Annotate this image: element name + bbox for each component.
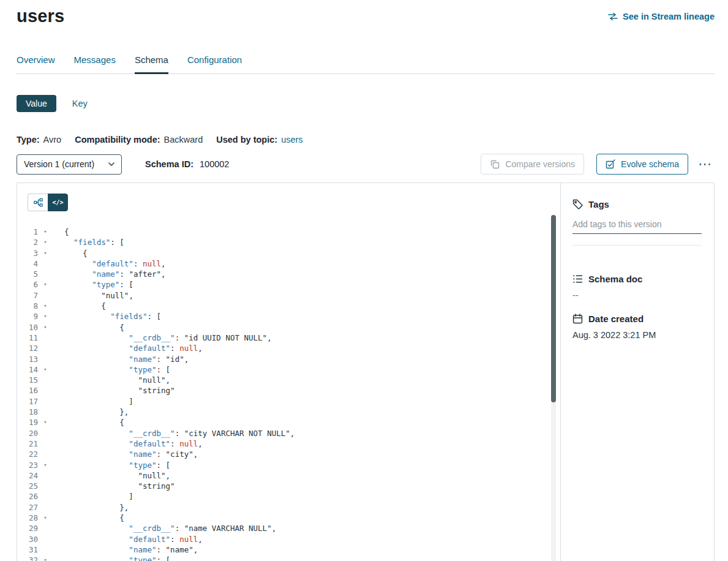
code-line: 26 ] xyxy=(24,491,560,502)
code-line: 28▾ { xyxy=(24,513,560,523)
fold-spacer xyxy=(38,290,53,301)
fold-toggle-icon[interactable]: ▾ xyxy=(38,311,53,322)
tags-section: Tags xyxy=(572,199,702,246)
code-line: 32▾ "type": [ xyxy=(24,555,560,561)
line-number: 22 xyxy=(24,449,38,459)
code-text: "null", xyxy=(53,375,170,385)
stream-lineage-link[interactable]: See in Stream lineage xyxy=(607,12,715,21)
tab-messages[interactable]: Messages xyxy=(74,55,116,73)
code-view-button[interactable]: </> xyxy=(48,194,68,211)
code-editor[interactable]: 1▾{2▾ "fields": [3▾ {4 "default": null,5… xyxy=(24,227,560,561)
fold-spacer xyxy=(38,523,53,533)
line-number: 24 xyxy=(24,470,38,481)
line-number: 28 xyxy=(24,513,38,523)
tree-view-button[interactable] xyxy=(28,194,48,211)
code-text: { xyxy=(53,248,88,258)
fold-spacer xyxy=(38,333,53,343)
fold-spacer xyxy=(38,534,53,544)
line-number: 8 xyxy=(24,301,38,311)
code-line: 2▾ "fields": [ xyxy=(24,237,560,247)
code-text: "default": null, xyxy=(53,439,203,449)
code-text: "fields": [ xyxy=(53,237,124,247)
fold-spacer xyxy=(38,428,53,439)
line-number: 13 xyxy=(24,354,38,364)
line-number: 7 xyxy=(24,290,38,301)
line-number: 31 xyxy=(24,544,38,555)
fold-toggle-icon[interactable]: ▾ xyxy=(38,460,53,470)
fold-toggle-icon[interactable]: ▾ xyxy=(38,237,53,247)
line-number: 17 xyxy=(24,396,38,407)
add-tags-input[interactable] xyxy=(572,219,702,234)
scrollbar[interactable] xyxy=(551,215,556,561)
schema-editor-panel: </> 1▾{2▾ "fields": [3▾ {4 "default": nu… xyxy=(17,183,561,561)
schema-id-value: 100002 xyxy=(200,159,229,169)
scrollbar-thumb[interactable] xyxy=(551,215,556,402)
code-text: "type": [ xyxy=(53,279,133,290)
evolve-schema-icon xyxy=(606,159,615,169)
code-line: 8▾ { xyxy=(24,301,560,311)
code-line: 3▾ { xyxy=(24,248,560,258)
date-created-section: Date created Aug. 3 2022 3:21 PM xyxy=(572,314,702,340)
code-line: 10▾ { xyxy=(24,322,560,333)
schema-id-label: Schema ID: xyxy=(145,159,193,169)
type-label: Type: xyxy=(17,135,40,145)
version-select[interactable]: Version 1 (current) xyxy=(17,154,122,175)
line-number: 19 xyxy=(24,417,38,427)
line-number: 12 xyxy=(24,343,38,353)
fold-toggle-icon[interactable]: ▾ xyxy=(38,322,53,333)
code-text: "name": "name", xyxy=(53,544,198,555)
code-text: { xyxy=(53,301,106,311)
code-text: ] xyxy=(53,491,133,502)
code-lines: 1▾{2▾ "fields": [3▾ {4 "default": null,5… xyxy=(24,227,560,561)
line-number: 16 xyxy=(24,385,38,396)
line-number: 26 xyxy=(24,491,38,502)
fold-toggle-icon[interactable]: ▾ xyxy=(38,301,53,311)
type-value: Avro xyxy=(43,135,62,145)
fold-toggle-icon[interactable]: ▾ xyxy=(38,555,53,561)
evolve-schema-button[interactable]: Evolve schema xyxy=(596,154,688,175)
fold-toggle-icon[interactable]: ▾ xyxy=(38,227,53,237)
code-text: "type": [ xyxy=(53,555,170,561)
code-text: { xyxy=(53,513,124,523)
fold-spacer xyxy=(38,439,53,449)
compatibility-value: Backward xyxy=(164,135,203,145)
fold-toggle-icon[interactable]: ▾ xyxy=(38,364,53,375)
code-text: "__crdb__": "city VARCHAR NOT NULL", xyxy=(53,428,295,439)
fold-spacer xyxy=(38,375,53,385)
code-line: 13 "name": "id", xyxy=(24,354,560,364)
stream-lineage-label: See in Stream lineage xyxy=(623,12,715,21)
fold-toggle-icon[interactable]: ▾ xyxy=(38,248,53,258)
key-toggle-button[interactable]: Key xyxy=(72,99,88,108)
code-text: ] xyxy=(53,396,133,407)
code-view-icon: </> xyxy=(52,199,63,206)
fold-spacer xyxy=(38,258,53,269)
fold-toggle-icon[interactable]: ▾ xyxy=(38,279,53,290)
code-text: "default": null, xyxy=(53,258,166,269)
fold-toggle-icon[interactable]: ▾ xyxy=(38,417,53,427)
tab-overview[interactable]: Overview xyxy=(17,55,55,73)
line-number: 2 xyxy=(24,237,38,247)
code-text: "default": null, xyxy=(53,343,203,353)
line-number: 10 xyxy=(24,322,38,333)
code-line: 5 "name": "after", xyxy=(24,269,560,279)
more-actions-button[interactable]: ⋯ xyxy=(696,157,715,171)
code-line: 23▾ "type": [ xyxy=(24,460,560,470)
code-text: }, xyxy=(53,502,129,513)
tree-view-icon xyxy=(34,198,43,207)
fold-toggle-icon[interactable]: ▾ xyxy=(38,513,53,523)
code-text: "name": "id", xyxy=(53,354,189,364)
code-text: { xyxy=(53,322,124,333)
code-line: 14▾ "type": [ xyxy=(24,364,560,375)
line-number: 21 xyxy=(24,439,38,449)
line-number: 14 xyxy=(24,364,38,375)
tab-configuration[interactable]: Configuration xyxy=(187,55,242,73)
schema-sidebar: Tags Schema doc -- xyxy=(561,183,714,561)
value-toggle-button[interactable]: Value xyxy=(17,95,56,112)
code-line: 11 "__crdb__": "id UUID NOT NULL", xyxy=(24,333,560,343)
tab-schema[interactable]: Schema xyxy=(135,55,168,73)
code-line: 29 "__crdb__": "name VARCHAR NULL", xyxy=(24,523,560,533)
line-number: 30 xyxy=(24,534,38,544)
compare-versions-button[interactable]: Compare versions xyxy=(481,154,584,175)
code-line: 16 "string" xyxy=(24,385,560,396)
topic-link[interactable]: users xyxy=(281,135,302,145)
